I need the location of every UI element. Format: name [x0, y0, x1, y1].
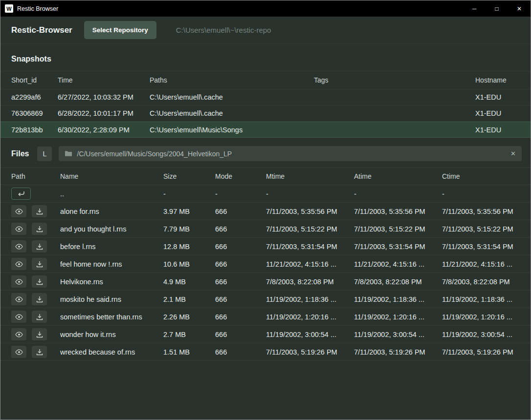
file-mtime: 11/21/2002, 4:15:16 ...: [266, 260, 354, 268]
file-mode: 666: [215, 260, 266, 268]
clear-path-button[interactable]: ✕: [510, 150, 516, 157]
download-file-button[interactable]: [32, 293, 47, 305]
file-size: 12.8 MB: [163, 243, 215, 251]
file-mode: 666: [215, 225, 266, 233]
snapshot-hostname: X1-EDU: [475, 93, 531, 101]
file-mtime: 11/19/2002, 3:00:54 ...: [266, 331, 354, 338]
download-file-button[interactable]: [32, 205, 47, 217]
column-header-mode: Mode: [215, 172, 266, 180]
file-atime: 7/11/2003, 5:31:54 PM: [354, 243, 442, 251]
download-file-button[interactable]: [32, 275, 47, 288]
titlebar: W Restic Browser ─ □ ✕: [0, 0, 531, 17]
download-file-button[interactable]: [32, 328, 47, 340]
maximize-button[interactable]: □: [486, 0, 508, 17]
snapshot-time: 6/27/2022, 10:03:32 PM: [58, 93, 150, 101]
file-mode: 666: [215, 313, 266, 321]
file-ctime: 7/11/2003, 5:31:54 PM: [442, 243, 531, 251]
restic-browser-window: W Restic Browser ─ □ ✕ Restic-Browser Se…: [0, 0, 531, 420]
snapshot-row[interactable]: a2299af6 6/27/2022, 10:03:32 PM C:\Users…: [0, 89, 531, 105]
file-size: 2.7 MB: [163, 331, 215, 338]
file-ctime: 11/19/2002, 1:18:36 ...: [442, 295, 531, 303]
file-size: 3.97 MB: [163, 208, 215, 215]
column-header-mtime: Mtime: [266, 172, 354, 180]
preview-file-button[interactable]: [11, 346, 26, 358]
file-size: 1.51 MB: [163, 348, 215, 356]
file-name: and you thought l.rns: [60, 225, 163, 233]
preview-file-button[interactable]: [11, 240, 26, 252]
preview-file-button[interactable]: [11, 205, 26, 217]
file-size: 2.26 MB: [163, 313, 215, 321]
file-mode: 666: [215, 348, 266, 356]
preview-file-button[interactable]: [11, 311, 26, 323]
snapshot-row[interactable]: 76306869 6/28/2022, 10:01:17 PM C:\Users…: [0, 105, 531, 122]
column-header-ctime: Ctime: [442, 172, 531, 180]
preview-file-button[interactable]: [11, 328, 26, 340]
files-title: Files: [11, 149, 29, 158]
preview-file-button[interactable]: [11, 258, 26, 270]
column-header-short-id: Short_id: [11, 76, 58, 84]
file-row: before l.rns 12.8 MB 666 7/11/2003, 5:31…: [0, 238, 531, 255]
file-name: before l.rns: [60, 243, 163, 251]
snapshot-row-selected[interactable]: 72b813bb 6/30/2022, 2:28:09 PM C:\Users\…: [0, 122, 531, 138]
preview-file-button[interactable]: [11, 275, 26, 288]
file-mode: -: [215, 190, 266, 198]
file-atime: -: [354, 190, 442, 198]
file-size: 2.1 MB: [163, 295, 215, 303]
file-ctime: 7/11/2003, 5:15:22 PM: [442, 225, 531, 233]
download-file-button[interactable]: [32, 258, 47, 270]
file-mtime: 7/11/2003, 5:15:22 PM: [266, 225, 354, 233]
download-file-button[interactable]: [32, 346, 47, 358]
snapshot-short-id: 72b813bb: [11, 126, 58, 134]
column-header-atime: Atime: [354, 172, 442, 180]
column-header-hostname: Hostname: [475, 76, 531, 84]
snapshot-time: 6/28/2022, 10:01:17 PM: [58, 109, 150, 117]
file-ctime: 7/8/2003, 8:22:08 PM: [442, 278, 531, 286]
file-atime: 7/11/2003, 5:35:56 PM: [354, 208, 442, 215]
snapshot-time: 6/30/2022, 2:28:09 PM: [58, 126, 150, 134]
file-name: ..: [60, 190, 163, 198]
file-name: wrecked because of.rns: [60, 348, 163, 356]
snapshot-short-id: a2299af6: [11, 93, 58, 101]
preview-file-button[interactable]: [11, 293, 26, 305]
file-mode: 666: [215, 278, 266, 286]
file-mtime: 7/11/2003, 5:35:56 PM: [266, 208, 354, 215]
snapshots-table-header: Short_id Time Paths Tags Hostname: [0, 71, 531, 89]
current-path-input[interactable]: /C/Users/emuell/Music/Songs/2004_Helveti…: [59, 146, 522, 161]
file-atime: 7/8/2003, 8:22:08 PM: [354, 278, 442, 286]
file-mtime: 7/11/2003, 5:19:26 PM: [266, 348, 354, 356]
files-bar: Files L /C/Users/emuell/Music/Songs/2004…: [0, 138, 531, 168]
snapshot-hostname: X1-EDU: [475, 126, 531, 134]
file-mode: 666: [215, 331, 266, 338]
file-mtime: 11/19/2002, 1:18:36 ...: [266, 295, 354, 303]
snapshot-paths: C:\Users\emuell\Music\Songs: [150, 126, 314, 134]
close-button[interactable]: ✕: [508, 0, 531, 17]
column-header-tags: Tags: [314, 76, 475, 84]
download-file-button[interactable]: [32, 311, 47, 323]
preview-file-button[interactable]: [11, 223, 26, 235]
file-row: sometimes better than.rns 2.26 MB 666 11…: [0, 308, 531, 326]
column-header-size: Size: [163, 172, 215, 180]
file-atime: 7/11/2003, 5:19:26 PM: [354, 348, 442, 356]
files-table-header: Path Name Size Mode Mtime Atime Ctime: [0, 168, 531, 185]
download-file-button[interactable]: [32, 223, 47, 235]
up-directory-button[interactable]: [11, 188, 31, 200]
column-header-paths: Paths: [150, 76, 314, 84]
download-file-button[interactable]: [32, 240, 47, 252]
file-ctime: 11/19/2002, 1:20:16 ...: [442, 313, 531, 321]
file-name: Helvikone.rns: [60, 278, 163, 286]
file-row: alone for.rns 3.97 MB 666 7/11/2003, 5:3…: [0, 203, 531, 220]
column-header-name: Name: [60, 172, 163, 180]
file-ctime: 7/11/2003, 5:19:26 PM: [442, 348, 531, 356]
file-size: 10.6 MB: [163, 260, 215, 268]
file-name: alone for.rns: [60, 208, 163, 215]
file-ctime: 11/19/2002, 3:00:54 ...: [442, 331, 531, 338]
window-title: Restic Browser: [17, 5, 58, 12]
minimize-button[interactable]: ─: [463, 0, 486, 17]
snapshot-paths: C:\Users\emuell\.cache: [150, 93, 314, 101]
window-controls: ─ □ ✕: [463, 0, 531, 17]
list-view-toggle-button[interactable]: L: [37, 147, 52, 161]
column-header-time: Time: [58, 76, 150, 84]
file-size: 7.79 MB: [163, 225, 215, 233]
select-repository-button[interactable]: Select Repository: [84, 21, 156, 39]
column-header-path: Path: [11, 172, 60, 180]
